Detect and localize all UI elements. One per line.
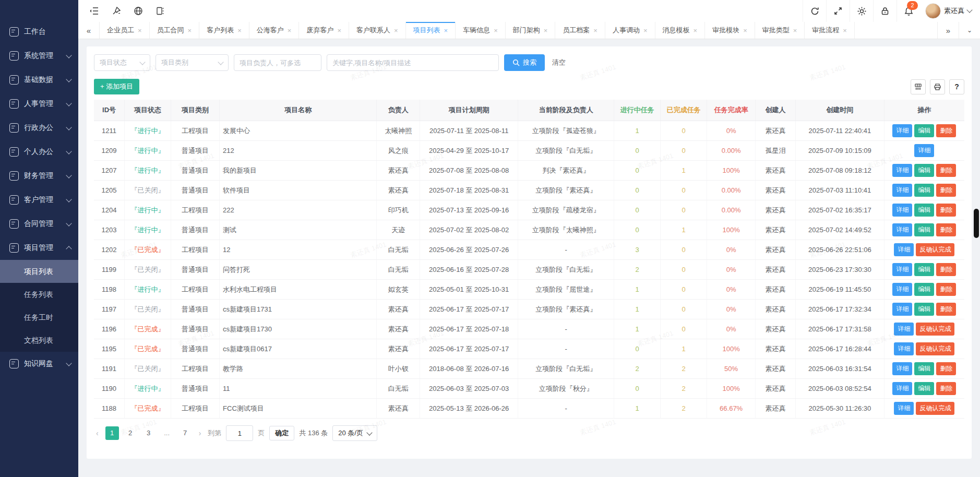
close-tab-icon[interactable]: × <box>544 27 548 34</box>
tab-审批模块[interactable]: 审批模块× <box>705 22 755 39</box>
page-size-select[interactable]: 20 条/页 <box>332 425 377 441</box>
vertical-scrollbar-thumb[interactable] <box>974 209 979 238</box>
edit-button[interactable]: 编辑 <box>914 204 934 217</box>
edit-button[interactable]: 编辑 <box>914 303 934 316</box>
close-tab-icon[interactable]: × <box>237 27 242 34</box>
sidebar-item-knowledge-disk[interactable]: 知识网盘 <box>0 352 78 376</box>
search-button[interactable]: 搜索 <box>504 54 545 71</box>
language-globe-icon[interactable] <box>128 0 148 22</box>
close-tab-icon[interactable]: × <box>743 27 747 34</box>
delete-button[interactable]: 删除 <box>936 184 956 197</box>
tab-人事调动[interactable]: 人事调动× <box>605 22 655 39</box>
sidebar-subitem-task-list[interactable]: 任务列表 <box>0 283 78 306</box>
goto-confirm-button[interactable]: 确定 <box>269 426 294 440</box>
close-tab-icon[interactable]: × <box>444 27 448 34</box>
close-tab-icon[interactable]: × <box>593 27 597 34</box>
notifications-bell-icon[interactable]: 2 <box>897 0 920 22</box>
close-tab-icon[interactable]: × <box>793 27 797 34</box>
page-number-7[interactable]: 7 <box>178 426 192 440</box>
sidebar-item-project[interactable]: 项目管理 <box>0 236 78 260</box>
detail-button[interactable]: 详细 <box>894 402 914 415</box>
detail-button[interactable]: 详细 <box>892 223 912 236</box>
edit-button[interactable]: 编辑 <box>914 124 934 137</box>
add-project-button[interactable]: + 添加项目 <box>94 79 139 94</box>
fullscreen-icon[interactable] <box>826 0 850 22</box>
help-icon[interactable]: ? <box>949 79 964 94</box>
sidebar-item-hr[interactable]: 人事管理 <box>0 92 78 116</box>
edit-button[interactable]: 编辑 <box>914 283 934 296</box>
page-number-2[interactable]: 2 <box>124 426 137 440</box>
unconfirm-button[interactable]: 反确认完成 <box>916 402 954 415</box>
tab-废弃客户[interactable]: 废弃客户× <box>299 22 349 39</box>
next-page-icon[interactable]: › <box>197 429 204 437</box>
tabs-scroll-left-icon[interactable]: « <box>78 22 100 39</box>
edit-button[interactable]: 编辑 <box>914 184 934 197</box>
settings-gear-icon[interactable] <box>850 0 873 22</box>
layout-columns-icon[interactable] <box>150 0 170 22</box>
sidebar-item-finance[interactable]: 财务管理 <box>0 164 78 188</box>
column-settings-icon[interactable] <box>911 79 926 94</box>
project-owner-input[interactable] <box>234 54 321 71</box>
unconfirm-button[interactable]: 反确认完成 <box>916 342 954 355</box>
unconfirm-button[interactable]: 反确认完成 <box>916 323 954 336</box>
delete-button[interactable]: 删除 <box>936 362 956 375</box>
tab-项目列表[interactable]: 项目列表× <box>406 22 456 39</box>
tab-审批流程[interactable]: 审批流程× <box>805 22 855 39</box>
edit-button[interactable]: 编辑 <box>914 382 934 395</box>
sidebar-item-system[interactable]: 系统管理 <box>0 44 78 68</box>
sidebar-item-base-data[interactable]: 基础数据 <box>0 68 78 92</box>
detail-button[interactable]: 详细 <box>892 303 912 316</box>
detail-button[interactable]: 详细 <box>914 144 934 157</box>
delete-button[interactable]: 删除 <box>936 124 956 137</box>
close-tab-icon[interactable]: × <box>337 27 341 34</box>
tab-客户列表[interactable]: 客户列表× <box>199 22 249 39</box>
goto-page-input[interactable] <box>226 425 253 441</box>
close-tab-icon[interactable]: × <box>288 27 292 34</box>
detail-button[interactable]: 详细 <box>892 184 912 197</box>
close-tab-icon[interactable]: × <box>138 27 142 34</box>
clear-filters-link[interactable]: 清空 <box>552 58 566 67</box>
edit-button[interactable]: 编辑 <box>914 263 934 276</box>
close-tab-icon[interactable]: × <box>188 27 192 34</box>
delete-button[interactable]: 删除 <box>936 223 956 236</box>
close-tab-icon[interactable]: × <box>843 27 847 34</box>
delete-button[interactable]: 删除 <box>936 263 956 276</box>
tab-客户联系人[interactable]: 客户联系人× <box>349 22 406 39</box>
close-tab-icon[interactable]: × <box>694 27 698 34</box>
tab-企业员工[interactable]: 企业员工× <box>100 22 150 39</box>
page-number-1[interactable]: 1 <box>105 426 119 440</box>
prev-page-icon[interactable]: ‹ <box>94 429 101 437</box>
refresh-icon[interactable] <box>803 0 826 22</box>
delete-button[interactable]: 删除 <box>936 204 956 217</box>
project-category-select[interactable]: 项目类别 <box>156 54 229 71</box>
sidebar-item-workbench[interactable]: 工作台 <box>0 20 78 44</box>
detail-button[interactable]: 详细 <box>892 204 912 217</box>
print-icon[interactable] <box>930 79 945 94</box>
page-number-3[interactable]: 3 <box>142 426 156 440</box>
detail-button[interactable]: 详细 <box>892 362 912 375</box>
close-tab-icon[interactable]: × <box>643 27 648 34</box>
sidebar-item-contract[interactable]: 合同管理 <box>0 212 78 236</box>
format-brush-icon[interactable] <box>106 0 126 22</box>
delete-button[interactable]: 删除 <box>936 164 956 177</box>
detail-button[interactable]: 详细 <box>894 243 914 256</box>
user-menu[interactable]: 素还真 <box>920 3 980 19</box>
detail-button[interactable]: 详细 <box>892 124 912 137</box>
close-tab-icon[interactable]: × <box>394 27 398 34</box>
tab-车辆信息[interactable]: 车辆信息× <box>456 22 506 39</box>
tabs-scroll-right-icon[interactable]: » <box>937 22 959 39</box>
tab-审批类型[interactable]: 审批类型× <box>755 22 805 39</box>
edit-button[interactable]: 编辑 <box>914 223 934 236</box>
detail-button[interactable]: 详细 <box>894 323 914 336</box>
tab-员工档案[interactable]: 员工档案× <box>555 22 605 39</box>
delete-button[interactable]: 删除 <box>936 382 956 395</box>
detail-button[interactable]: 详细 <box>894 342 914 355</box>
detail-button[interactable]: 详细 <box>892 382 912 395</box>
collapse-menu-icon[interactable] <box>85 0 104 22</box>
sidebar-item-personal-office[interactable]: 个人办公 <box>0 140 78 164</box>
detail-button[interactable]: 详细 <box>892 164 912 177</box>
delete-button[interactable]: 删除 <box>936 303 956 316</box>
sidebar-item-admin-office[interactable]: 行政办公 <box>0 116 78 140</box>
detail-button[interactable]: 详细 <box>892 283 912 296</box>
tab-公海客户[interactable]: 公海客户× <box>249 22 300 39</box>
